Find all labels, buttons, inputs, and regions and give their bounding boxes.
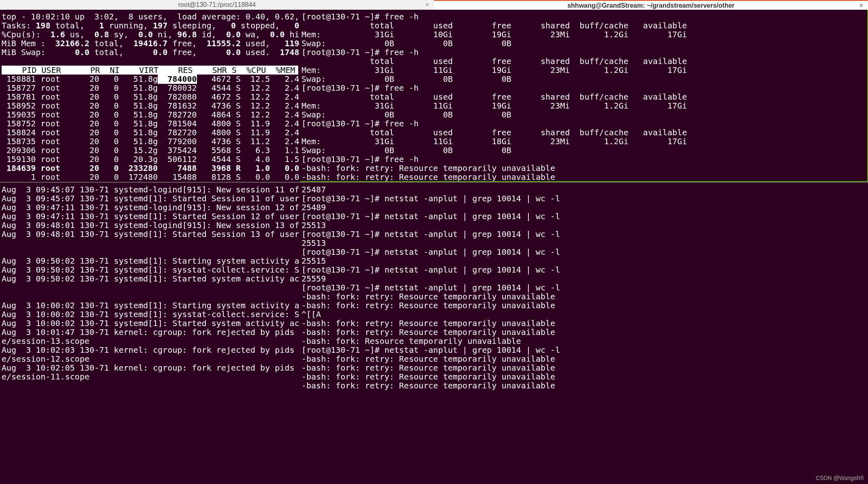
output-line: 25487	[301, 185, 866, 194]
top-uptime: top - 10:02:10 up 3:02, 8 users, load av…	[2, 12, 298, 21]
error-line: -bash: fork: retry: Resource temporarily…	[301, 372, 866, 381]
shell-prompt: [root@130-71 ~]# netstat -anplut | grep …	[301, 265, 866, 274]
terminal-tab-1[interactable]: root@130-71:/proc/118844 ×	[0, 0, 434, 10]
output-line: 25559	[301, 274, 866, 283]
error-line: -bash: fork: retry: Resource temporarily…	[301, 292, 866, 301]
top-tasks: Tasks: 198 total, 1 running, 197 sleepin…	[2, 21, 298, 30]
error-line: -bash: fork: Resource temporarily unavai…	[301, 337, 866, 345]
process-row[interactable]: 209306 root 20 0 15.2g 375424 5568 S 6.3…	[2, 146, 298, 155]
shell-prompt: [root@130-71 ~]# free -h	[301, 155, 866, 164]
log-line	[2, 292, 298, 301]
pane-netstat[interactable]: 25487[root@130-71 ~]# netstat -anplut | …	[300, 182, 868, 484]
log-line: e/session-13.scope	[2, 337, 298, 345]
log-line: Aug 3 09:50:02 130-71 systemd[1]: syssta…	[2, 265, 298, 274]
error-line: -bash: fork: retry: Resource temporarily…	[301, 173, 866, 181]
tab-title: shhwang@GrandStream: ~/grandstream/serve…	[567, 2, 735, 9]
blank	[2, 57, 298, 66]
log-line: Aug 3 10:00:02 130-71 systemd[1]: Starte…	[2, 319, 298, 328]
terminal-tab-2[interactable]: shhwang@GrandStream: ~/grandstream/serve…	[434, 0, 868, 10]
log-line	[2, 239, 298, 247]
log-line: Aug 3 10:02:05 130-71 kernel: cgroup: fo…	[2, 363, 298, 372]
top-cpu: %Cpu(s): 1.6 us, 0.8 sy, 0.0 ni, 96.8 id…	[2, 30, 298, 39]
log-line: Aug 3 09:47:11 130-71 systemd[1]: Starte…	[2, 212, 298, 221]
error-line: -bash: fork: retry: Resource temporarily…	[301, 354, 866, 363]
shell-prompt: [root@130-71 ~]# netstat -anplut | grep …	[301, 345, 866, 354]
process-row[interactable]: 158824 root 20 0 51.8g 782720 4800 S 11.…	[2, 128, 298, 137]
process-row[interactable]: 158727 root 20 0 51.8g 780032 4544 S 12.…	[2, 83, 298, 92]
output-line: 25513	[301, 221, 866, 230]
log-line: Aug 3 09:50:02 130-71 systemd[1]: Starte…	[2, 274, 298, 283]
error-line: -bash: fork: retry: Resource temporarily…	[301, 381, 866, 390]
free-mem: Mem: 31Gi 11Gi 18Gi 23Mi 1.2Gi 17Gi	[301, 137, 866, 146]
log-line: Aug 3 09:45:07 130-71 systemd-logind[915…	[2, 185, 298, 194]
output-line: ^[[A	[301, 310, 866, 319]
shell-prompt: [root@130-71 ~]# netstat -anplut | grep …	[301, 230, 866, 239]
process-row[interactable]: 158881 root 20 0 51.8g 784000 4672 S 12.…	[2, 75, 298, 83]
shell-prompt: [root@130-71 ~]# netstat -anplut | grep …	[301, 283, 866, 292]
process-row[interactable]: 159130 root 20 0 20.3g 506112 4544 S 4.0…	[2, 155, 298, 164]
shell-prompt: [root@130-71 ~]# netstat -anplut | grep …	[301, 194, 866, 203]
log-line	[2, 247, 298, 256]
close-icon[interactable]: ×	[859, 1, 863, 11]
log-line	[2, 283, 298, 292]
error-line: -bash: fork: retry: Resource temporarily…	[301, 319, 866, 328]
shell-prompt: [root@130-71 ~]# free -h	[301, 119, 866, 128]
log-line: Aug 3 09:48:01 130-71 systemd-logind[915…	[2, 221, 298, 230]
free-swap: Swap: 0B 0B 0B	[301, 110, 866, 119]
free-swap: Swap: 0B 0B 0B	[301, 75, 866, 83]
log-line: Aug 3 10:01:47 130-71 kernel: cgroup: fo…	[2, 328, 298, 337]
tab-bar: root@130-71:/proc/118844 × shhwang@Grand…	[0, 0, 868, 10]
process-row[interactable]: 158781 root 20 0 51.8g 782080 4672 S 12.…	[2, 92, 298, 101]
log-line: Aug 3 09:50:02 130-71 systemd[1]: Starti…	[2, 256, 298, 265]
free-mem: Mem: 31Gi 11Gi 19Gi 23Mi 1.2Gi 17Gi	[301, 66, 866, 75]
error-line: -bash: fork: retry: Resource temporarily…	[301, 328, 866, 337]
process-row[interactable]: 158752 root 20 0 51.8g 781504 4800 S 11.…	[2, 119, 298, 128]
process-row[interactable]: 184639 root 20 0 233280 7488 3968 R 1.0 …	[2, 164, 298, 173]
pane-top[interactable]: top - 10:02:10 up 3:02, 8 users, load av…	[0, 10, 300, 182]
pane-syslog[interactable]: Aug 3 09:45:07 130-71 systemd-logind[915…	[0, 182, 300, 484]
output-line: 25489	[301, 203, 866, 212]
free-header: total used free shared buff/cache availa…	[301, 21, 866, 30]
log-line: e/session-12.scope	[2, 354, 298, 363]
output-line: 25513	[301, 239, 866, 247]
shell-prompt: [root@130-71 ~]# free -h	[301, 48, 866, 57]
log-line: Aug 3 09:47:11 130-71 systemd-logind[915…	[2, 203, 298, 212]
log-line: Aug 3 09:45:07 130-71 systemd[1]: Starte…	[2, 194, 298, 203]
tab-title: root@130-71:/proc/118844	[178, 1, 256, 8]
process-row[interactable]: 158952 root 20 0 51.8g 781632 4736 S 12.…	[2, 101, 298, 110]
top-header: PID USER PR NI VIRT RES SHR S %CPU %MEM …	[2, 66, 298, 75]
free-header: total used free shared buff/cache availa…	[301, 92, 866, 101]
process-row[interactable]: 158735 root 20 0 51.8g 779200 4736 S 11.…	[2, 137, 298, 146]
log-line: Aug 3 10:00:02 130-71 systemd[1]: syssta…	[2, 310, 298, 319]
log-line: Aug 3 10:00:02 130-71 systemd[1]: Starti…	[2, 301, 298, 310]
free-header: total used free shared buff/cache availa…	[301, 57, 866, 66]
shell-prompt: [root@130-71 ~]# free -h	[301, 83, 866, 92]
process-row[interactable]: 1 root 20 0 172480 15488 8128 S 0.0 0.0 …	[2, 173, 298, 181]
log-line: e/session-11.scope	[2, 372, 298, 381]
pane-free[interactable]: [root@130-71 ~]# free -h total used free…	[300, 10, 868, 182]
top-mem: MiB Mem : 32166.2 total, 19416.7 free, 1…	[2, 39, 298, 48]
free-header: total used free shared buff/cache availa…	[301, 128, 866, 137]
shell-prompt: [root@130-71 ~]# free -h	[301, 12, 866, 21]
log-line: Aug 3 09:48:01 130-71 systemd[1]: Starte…	[2, 230, 298, 239]
free-mem: Mem: 31Gi 11Gi 19Gi 23Mi 1.2Gi 17Gi	[301, 101, 866, 110]
shell-prompt: [root@130-71 ~]# netstat -anplut | grep …	[301, 247, 866, 256]
error-line: -bash: fork: retry: Resource temporarily…	[301, 363, 866, 372]
watermark: CSDN @Wangsh®	[816, 473, 864, 482]
free-swap: Swap: 0B 0B 0B	[301, 146, 866, 155]
close-icon[interactable]: ×	[425, 0, 429, 10]
free-swap: Swap: 0B 0B 0B	[301, 39, 866, 48]
process-row[interactable]: 159035 root 20 0 51.8g 782720 4864 S 12.…	[2, 110, 298, 119]
output-line: 25515	[301, 256, 866, 265]
error-line: -bash: fork: retry: Resource temporarily…	[301, 301, 866, 310]
shell-prompt: [root@130-71 ~]# netstat -anplut | grep …	[301, 212, 866, 221]
free-mem: Mem: 31Gi 10Gi 19Gi 23Mi 1.2Gi 17Gi	[301, 30, 866, 39]
error-line: -bash: fork: retry: Resource temporarily…	[301, 164, 866, 173]
log-line: Aug 3 10:02:03 130-71 kernel: cgroup: fo…	[2, 345, 298, 354]
top-swap: MiB Swap: 0.0 total, 0.0 free, 0.0 used.…	[2, 48, 298, 57]
